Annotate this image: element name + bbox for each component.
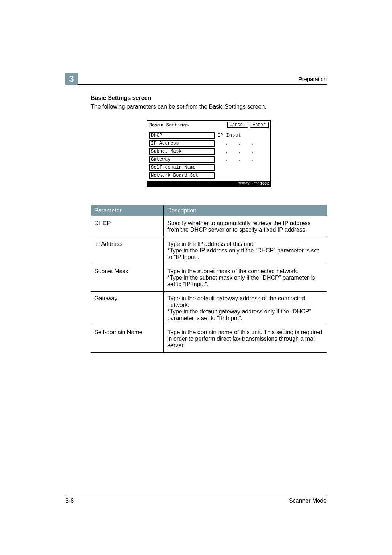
device-screen-title: Basic Settings bbox=[149, 122, 189, 128]
param-desc-cell: Type in the default gateway address of t… bbox=[164, 292, 327, 325]
param-desc-cell: Type in the subnet mask of the connected… bbox=[164, 264, 327, 292]
page-number: 3-8 bbox=[65, 498, 74, 504]
footer-doc-title: Scanner Mode bbox=[289, 498, 327, 504]
device-field-button[interactable]: Subnet Mask bbox=[149, 148, 215, 155]
table-row: DHCPSpecify whether to automatically ret… bbox=[91, 216, 327, 237]
param-name-cell: Self-domain Name bbox=[91, 325, 164, 353]
device-setting-row: Subnet Mask . . . bbox=[149, 148, 268, 155]
chapter-title: Preparation bbox=[298, 76, 327, 83]
memory-free-value: 100% bbox=[260, 182, 269, 186]
param-name-cell: Gateway bbox=[91, 292, 164, 325]
device-setting-row: Self-domain Name bbox=[149, 164, 268, 171]
cancel-button[interactable]: Cancel bbox=[227, 122, 248, 128]
device-field-button[interactable]: Network Board Set bbox=[149, 172, 215, 179]
device-field-button[interactable]: Self-domain Name bbox=[149, 164, 215, 171]
device-field-value: IP Input bbox=[217, 133, 241, 138]
param-name-cell: DHCP bbox=[91, 216, 164, 237]
device-field-button[interactable]: DHCP bbox=[149, 132, 215, 139]
device-field-value: . . . bbox=[217, 157, 262, 162]
param-name-cell: Subnet Mask bbox=[91, 264, 164, 292]
table-row: GatewayType in the default gateway addre… bbox=[91, 292, 327, 325]
device-screen-mock: Basic Settings Cancel Enter DHCPIP Input… bbox=[147, 120, 271, 187]
table-row: IP AddressType in the IP address of this… bbox=[91, 237, 327, 264]
device-field-value: . . . bbox=[217, 149, 262, 154]
table-row: Self-domain NameType in the domain name … bbox=[91, 325, 327, 353]
section-subheading: Basic Settings screen bbox=[91, 95, 327, 101]
device-status-bar: Memory Free100% bbox=[147, 181, 270, 186]
enter-button[interactable]: Enter bbox=[250, 122, 268, 128]
device-setting-row: Network Board Set bbox=[149, 172, 268, 179]
chapter-number-badge: 3 bbox=[65, 73, 78, 85]
device-field-button[interactable]: Gateway bbox=[149, 156, 215, 163]
param-desc-cell: Type in the domain name of this unit. Th… bbox=[164, 325, 327, 353]
page-header: 3 Preparation bbox=[65, 73, 327, 85]
param-desc-cell: Specify whether to automatically retriev… bbox=[164, 216, 327, 237]
param-desc-cell: Type in the IP address of this unit. *Ty… bbox=[164, 237, 327, 264]
device-field-button[interactable]: IP Address bbox=[149, 140, 215, 147]
device-field-value: . . . bbox=[217, 141, 262, 146]
device-setting-row: Gateway . . . bbox=[149, 156, 268, 163]
intro-paragraph: The following parameters can be set from… bbox=[91, 104, 327, 110]
table-head-description: Description bbox=[164, 205, 327, 216]
page-footer: 3-8 Scanner Mode bbox=[65, 495, 327, 504]
param-name-cell: IP Address bbox=[91, 237, 164, 264]
device-setting-row: DHCPIP Input bbox=[149, 132, 268, 139]
memory-free-label: Memory Free bbox=[238, 182, 260, 185]
parameter-table: Parameter Description DHCPSpecify whethe… bbox=[91, 205, 327, 353]
table-row: Subnet MaskType in the subnet mask of th… bbox=[91, 264, 327, 292]
table-head-parameter: Parameter bbox=[91, 205, 164, 216]
device-setting-row: IP Address . . . bbox=[149, 140, 268, 147]
